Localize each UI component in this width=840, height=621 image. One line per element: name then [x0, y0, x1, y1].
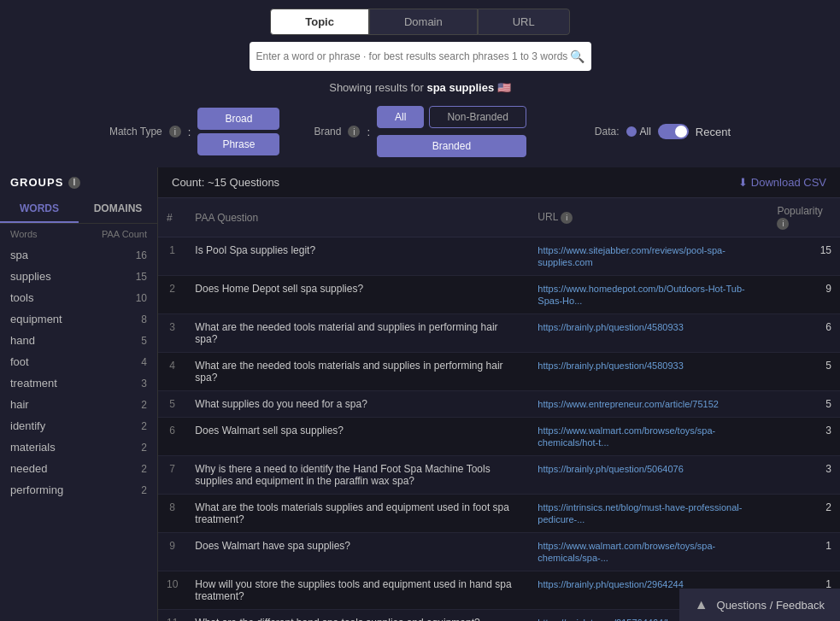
row-question: Does Home Depot sell spa supplies? — [186, 276, 529, 314]
brand-non-branded-button[interactable]: Non-Branded — [429, 106, 526, 128]
row-num: 9 — [158, 533, 186, 571]
row-popularity: 3 — [768, 456, 840, 495]
count-treatment: 3 — [141, 378, 147, 390]
col-words-label: Words — [10, 229, 38, 239]
word-foot: foot — [10, 355, 29, 368]
row-popularity: 6 — [768, 314, 840, 353]
brand-branded-button[interactable]: Branded — [377, 135, 526, 157]
search-bar: 🔍 — [0, 42, 840, 71]
table-row: 8 What are the tools materials supplies … — [158, 495, 840, 533]
tab-words[interactable]: WORDS — [0, 196, 79, 223]
row-url: https://www.entrepreneur.com/article/751… — [529, 391, 768, 418]
col-header-question: PAA Question — [186, 198, 529, 237]
brand-info-icon[interactable]: i — [348, 126, 360, 138]
word-row-performing[interactable]: performing 2 — [0, 479, 157, 501]
content-area: Count: ~15 Questions ⬇ Download CSV # PA… — [158, 167, 840, 621]
row-question: What are the needed tools material and s… — [186, 314, 529, 353]
feedback-bar[interactable]: ▲ Questions / Feedback — [679, 589, 840, 621]
table-row: 3 What are the needed tools material and… — [158, 314, 840, 353]
words-list: spa 16 supplies 15 tools 10 equipment 8 … — [0, 244, 157, 501]
col-header-num: # — [158, 198, 186, 237]
groups-info-icon[interactable]: i — [68, 177, 80, 189]
row-question: What are the tools materials supplies an… — [186, 495, 529, 533]
row-popularity: 5 — [768, 353, 840, 391]
row-num: 7 — [158, 456, 186, 495]
download-csv-button[interactable]: ⬇ Download CSV — [738, 176, 826, 189]
word-performing: performing — [10, 483, 63, 496]
data-label: Data: — [595, 126, 620, 138]
brand-all-button[interactable]: All — [377, 106, 424, 128]
row-question: Is Pool Spa supplies legit? — [186, 237, 529, 276]
word-row-hand[interactable]: hand 5 — [0, 330, 157, 351]
brand-label: Brand — [314, 126, 341, 138]
count-needed: 2 — [141, 463, 147, 475]
tab-url[interactable]: URL — [478, 9, 570, 35]
match-type-group: Match Type i : Broad Phrase — [109, 108, 279, 155]
table-header-row: # PAA Question URL i Popularity i — [158, 198, 840, 237]
query-text: spa supplies — [426, 81, 494, 94]
word-tools: tools — [10, 291, 33, 304]
row-url: https://brainly.ph/question/4580933 — [529, 314, 768, 353]
table-body: 1 Is Pool Spa supplies legit? https://ww… — [158, 237, 840, 622]
questions-table: # PAA Question URL i Popularity i 1 Is P… — [158, 198, 840, 621]
tab-domains[interactable]: DOMAINS — [79, 196, 157, 223]
col-paa-label: PAA Count — [102, 229, 147, 239]
word-row-materials[interactable]: materials 2 — [0, 436, 157, 458]
table-row: 7 Why is there a need to identify the Ha… — [158, 456, 840, 495]
row-url: https://intrinsics.net/blog/must-have-pr… — [529, 495, 768, 533]
count-foot: 4 — [141, 356, 147, 368]
match-type-colon: : — [188, 126, 191, 138]
word-supplies: supplies — [10, 270, 51, 283]
word-row-equipment[interactable]: equipment 8 — [0, 308, 157, 330]
row-num: 10 — [158, 571, 186, 610]
count-tools: 10 — [136, 292, 147, 304]
row-num: 3 — [158, 314, 186, 353]
count-hand: 5 — [141, 335, 147, 347]
word-row-foot[interactable]: foot 4 — [0, 351, 157, 372]
tab-domain[interactable]: Domain — [369, 9, 478, 35]
col-header-url: URL i — [529, 198, 768, 237]
word-row-identify[interactable]: identify 2 — [0, 415, 157, 436]
match-type-info-icon[interactable]: i — [169, 126, 181, 138]
word-row-supplies[interactable]: supplies 15 — [0, 266, 157, 287]
count-materials: 2 — [141, 442, 147, 454]
words-col-headers: Words PAA Count — [0, 224, 157, 244]
data-all-radio[interactable] — [626, 126, 637, 137]
flag-icon: 🇺🇸 — [497, 81, 511, 94]
match-type-broad[interactable]: Broad — [197, 108, 279, 130]
top-tab-bar: Topic Domain URL — [0, 0, 840, 42]
data-toggle-group: Data: All Recent — [595, 124, 731, 139]
row-question: What supplies do you need for a spa? — [186, 391, 529, 418]
showing-results: Showing results for spa supplies 🇺🇸 — [0, 81, 840, 94]
filters-row: Match Type i : Broad Phrase Brand i : Al… — [0, 106, 840, 157]
row-question: What are the needed tools materials and … — [186, 353, 529, 391]
word-row-hair[interactable]: hair 2 — [0, 394, 157, 415]
content-header: Count: ~15 Questions ⬇ Download CSV — [158, 167, 840, 198]
word-row-tools[interactable]: tools 10 — [0, 287, 157, 308]
word-row-treatment[interactable]: treatment 3 — [0, 372, 157, 394]
count-spa: 16 — [136, 249, 147, 261]
match-type-phrase[interactable]: Phrase — [197, 133, 279, 155]
brand-buttons: All Non-Branded Branded — [377, 106, 526, 157]
col-header-popularity: Popularity i — [768, 198, 840, 237]
search-input[interactable] — [256, 50, 570, 62]
feedback-up-icon: ▲ — [695, 597, 708, 612]
row-question: Does Walmart sell spa supplies? — [186, 418, 529, 456]
tab-topic[interactable]: Topic — [270, 9, 369, 35]
search-icon[interactable]: 🔍 — [570, 50, 584, 63]
word-row-needed[interactable]: needed 2 — [0, 458, 157, 479]
word-treatment: treatment — [10, 377, 57, 390]
row-num: 6 — [158, 418, 186, 456]
row-url: https://www.walmart.com/browse/toys/spa-… — [529, 533, 768, 571]
word-row-spa[interactable]: spa 16 — [0, 244, 157, 266]
word-materials: materials — [10, 441, 56, 454]
row-url: https://brainly.ph/question/4580933 — [529, 353, 768, 391]
row-popularity: 5 — [768, 391, 840, 418]
table-row: 2 Does Home Depot sell spa supplies? htt… — [158, 276, 840, 314]
word-hand: hand — [10, 334, 35, 347]
data-all-option: All — [626, 126, 651, 138]
groups-title: GROUPS — [10, 176, 63, 189]
brand-colon: : — [367, 126, 370, 138]
table-row: 6 Does Walmart sell spa supplies? https:… — [158, 418, 840, 456]
data-toggle-switch[interactable] — [658, 124, 689, 139]
